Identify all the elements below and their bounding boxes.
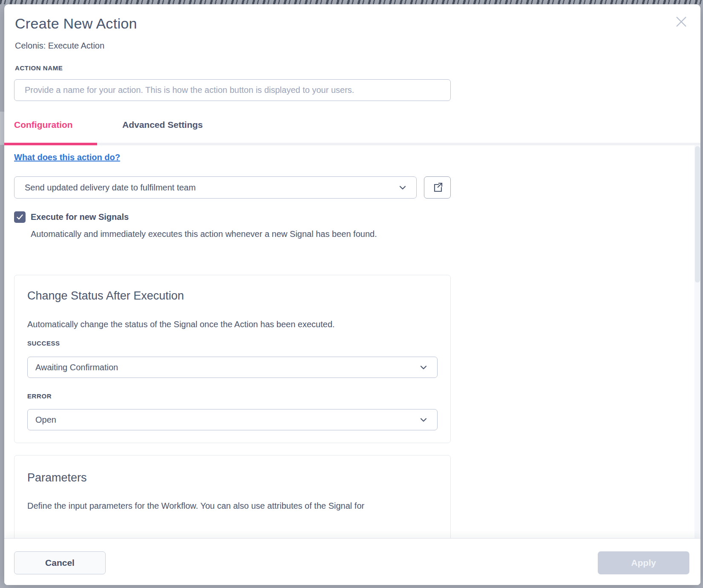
status-card-description: Automatically change the status of the S… <box>27 320 335 329</box>
chevron-down-icon <box>398 182 408 193</box>
error-status-value: Open <box>35 415 56 425</box>
action-name-input[interactable] <box>14 79 451 101</box>
cancel-button[interactable]: Cancel <box>14 551 106 574</box>
close-button[interactable] <box>671 12 691 32</box>
chevron-down-icon <box>418 362 429 372</box>
parameters-card-heading: Parameters <box>27 471 87 484</box>
chevron-down-icon <box>418 415 429 425</box>
scrollbar-thumb[interactable] <box>695 146 700 282</box>
help-link[interactable]: What does this action do? <box>14 153 120 162</box>
close-icon <box>674 14 689 29</box>
error-status-select[interactable]: Open <box>27 409 438 430</box>
tab-advanced-settings[interactable]: Advanced Settings <box>122 120 203 130</box>
execute-checkbox-description: Automatically and immediately executes t… <box>31 229 377 239</box>
action-select-value: Send updated delivery date to fulfilment… <box>25 183 196 193</box>
execute-checkbox-label[interactable]: Execute for new Signals <box>31 212 129 222</box>
success-label: SUCCESS <box>27 340 60 347</box>
parameters-card: Parameters Define the input parameters f… <box>14 455 451 538</box>
background-page-edge <box>0 112 4 145</box>
success-status-select[interactable]: Awaiting Confirmation <box>27 357 438 378</box>
action-name-label: ACTION NAME <box>15 64 63 72</box>
error-label: ERROR <box>27 392 52 400</box>
modal-footer: Cancel Apply <box>4 538 700 585</box>
external-link-icon <box>432 182 444 193</box>
scrollbar-track[interactable] <box>694 145 700 538</box>
parameters-card-description: Define the input parameters for the Work… <box>27 501 432 511</box>
modal-scroll-content: What does this action do? Send updated d… <box>4 145 694 538</box>
open-action-button[interactable] <box>424 176 451 199</box>
action-select[interactable]: Send updated delivery date to fulfilment… <box>14 176 417 199</box>
success-status-value: Awaiting Confirmation <box>35 363 118 372</box>
execute-for-new-signals-checkbox[interactable] <box>14 211 26 223</box>
status-card-heading: Change Status After Execution <box>27 289 184 303</box>
modal-subtitle: Celonis: Execute Action <box>15 41 104 51</box>
checkmark-icon <box>16 213 24 221</box>
tab-configuration[interactable]: Configuration <box>14 120 73 130</box>
change-status-card: Change Status After Execution Automatica… <box>14 275 451 443</box>
modal-title: Create New Action <box>15 15 137 32</box>
apply-button[interactable]: Apply <box>598 551 689 574</box>
background-page-band <box>0 0 703 4</box>
create-action-modal: Create New Action Celonis: Execute Actio… <box>4 4 700 585</box>
